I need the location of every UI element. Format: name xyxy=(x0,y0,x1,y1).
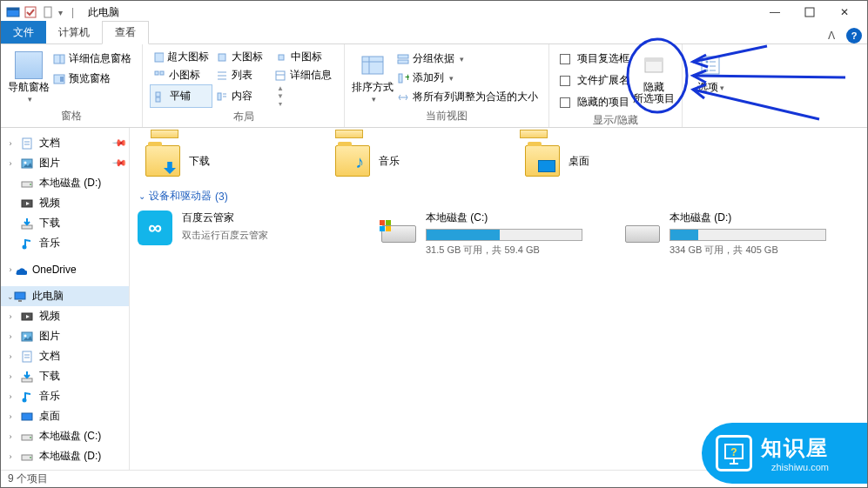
pin-icon[interactable]: 📌 xyxy=(111,155,127,171)
nav-item-label: 音乐 xyxy=(39,389,60,404)
layout-scroll-down-icon[interactable]: ▼ xyxy=(277,92,284,100)
nav-item--13[interactable]: › 下载 xyxy=(1,366,129,386)
qat-checkbox-icon[interactable] xyxy=(24,5,37,19)
layout-lg[interactable]: 大图标 xyxy=(212,48,272,66)
svg-rect-3 xyxy=(44,7,51,17)
chk-item-checkboxes[interactable]: 项目复选框 xyxy=(556,50,633,68)
nav-item-C-16[interactable]: › 本地磁盘 (C:) xyxy=(1,426,129,446)
group-by-button[interactable]: 分组依据 xyxy=(394,50,542,68)
nav-item--5[interactable]: 音乐 xyxy=(1,233,129,253)
sort-label: 排序方式 xyxy=(352,82,394,104)
maximize-button[interactable] xyxy=(792,1,827,23)
section-devices-header[interactable]: ⌄ 设备和驱动器 (3) xyxy=(137,185,857,211)
add-column-button[interactable]: +添加列 xyxy=(394,69,542,87)
expand-icon[interactable]: › xyxy=(6,432,15,441)
nav-pane-button[interactable]: 导航窗格 xyxy=(8,48,50,107)
minimize-button[interactable]: — xyxy=(757,1,792,23)
folder-item-desk[interactable]: 桌面 xyxy=(525,145,699,177)
layout-sm[interactable]: 小图标 xyxy=(150,66,212,84)
device-item-0[interactable]: ∞ 百度云管家 双击运行百度云管家 xyxy=(137,211,363,257)
section-count: (3) xyxy=(215,191,228,203)
expand-icon[interactable]: ⌄ xyxy=(6,292,15,301)
expand-icon[interactable]: › xyxy=(6,412,15,421)
layout-details[interactable]: 详细信息 xyxy=(271,66,337,84)
layout-expand-icon[interactable]: ▾ xyxy=(279,100,282,108)
device-name: 本地磁盘 (D:) xyxy=(670,211,851,225)
layout-content[interactable]: 内容 xyxy=(212,84,272,108)
tab-file[interactable]: 文件 xyxy=(1,21,46,43)
folder-icon xyxy=(525,145,560,177)
fit-columns-button[interactable]: 将所有列调整为合适的大小 xyxy=(394,88,542,106)
layout-tiles[interactable]: 平铺 xyxy=(150,84,212,108)
nav-item--11[interactable]: › 图片 xyxy=(1,326,129,346)
svg-rect-72 xyxy=(380,226,385,231)
device-item-1[interactable]: 本地磁盘 (C:) 31.5 GB 可用，共 59.4 GB xyxy=(380,211,607,257)
expand-icon[interactable]: › xyxy=(6,352,15,361)
nav-item-label: 图片 xyxy=(39,329,60,344)
nav-item-D-2[interactable]: 本地磁盘 (D:) xyxy=(1,173,129,193)
nav-item--1[interactable]: › 图片 📌 xyxy=(1,153,129,173)
svg-point-50 xyxy=(23,244,27,249)
ribbon-collapse-icon[interactable]: ᐱ xyxy=(822,30,841,42)
device-name: 本地磁盘 (C:) xyxy=(426,211,607,225)
close-button[interactable]: ✕ xyxy=(827,1,862,23)
svg-rect-51 xyxy=(15,292,25,299)
nav-item--15[interactable]: › 桌面 xyxy=(1,406,129,426)
nav-item-label: 桌面 xyxy=(39,409,60,424)
nav-item--9[interactable]: ⌄ 此电脑 xyxy=(1,286,129,306)
expand-icon[interactable]: › xyxy=(6,265,15,274)
svg-text:+: + xyxy=(405,72,409,84)
svg-rect-19 xyxy=(156,92,160,97)
content-pane[interactable]: 下载♪ 音乐 桌面 ⌄ 设备和驱动器 (3) ∞ 百度云管家 双击运行百度云管家… xyxy=(130,128,867,470)
device-item-2[interactable]: 本地磁盘 (D:) 334 GB 可用，共 405 GB xyxy=(624,211,851,257)
help-icon[interactable]: ? xyxy=(846,28,862,43)
nav-item--14[interactable]: › 音乐 xyxy=(1,386,129,406)
qat-doc-icon[interactable] xyxy=(41,5,55,19)
qat-overflow-icon[interactable]: ▾ xyxy=(58,8,63,17)
pin-icon[interactable]: 📌 xyxy=(111,135,127,151)
expand-icon[interactable]: › xyxy=(6,372,15,381)
tab-computer[interactable]: 计算机 xyxy=(46,22,102,43)
nav-item--0[interactable]: › 文档 📌 xyxy=(1,133,129,153)
nav-item-label: 音乐 xyxy=(39,236,60,251)
layout-scroll-up-icon[interactable]: ▲ xyxy=(277,84,284,92)
chk-file-extensions[interactable]: 文件扩展名 xyxy=(556,71,633,90)
layout-list[interactable]: 列表 xyxy=(212,66,272,84)
nav-item-D-17[interactable]: › 本地磁盘 (D:) xyxy=(1,446,129,466)
folder-partial-icon xyxy=(520,130,548,138)
details-pane-toggle[interactable]: 详细信息窗格 xyxy=(50,50,135,68)
drive-icon xyxy=(20,450,34,464)
hide-selected-button[interactable]: 隐藏所选项目 xyxy=(633,48,675,111)
hide-selected-label: 隐藏所选项目 xyxy=(633,82,675,104)
nav-item--4[interactable]: 下载 xyxy=(1,213,129,233)
folder-partial-icon xyxy=(151,130,178,138)
folder-label: 下载 xyxy=(189,154,210,169)
nav-pane[interactable]: › 文档 📌› 图片 📌 本地磁盘 (D:) 视频 下载 音乐 › OneDri… xyxy=(1,128,130,470)
preview-pane-toggle[interactable]: 预览窗格 xyxy=(50,70,135,88)
group-label-layout: 布局 xyxy=(150,108,337,126)
nav-item--12[interactable]: › 文档 xyxy=(1,346,129,366)
sort-button[interactable]: 排序方式 xyxy=(352,48,394,107)
svg-rect-17 xyxy=(276,71,285,80)
nav-item-OneDrive-7[interactable]: › OneDrive xyxy=(1,260,129,279)
folder-label: 音乐 xyxy=(379,154,400,169)
options-button[interactable]: 选项 xyxy=(690,48,731,110)
expand-icon[interactable]: › xyxy=(6,392,15,401)
chk-hidden-items[interactable]: 隐藏的项目 xyxy=(556,93,633,111)
watermark-icon: ? xyxy=(716,435,752,471)
folder-item-dl[interactable]: 下载 xyxy=(145,145,320,177)
expand-icon[interactable]: › xyxy=(6,139,15,148)
ribbon-group-options: 选项 xyxy=(683,44,738,127)
expand-icon[interactable]: › xyxy=(6,159,15,168)
nav-item--3[interactable]: 视频 xyxy=(1,193,129,213)
svg-point-34 xyxy=(706,61,709,64)
expand-icon[interactable]: › xyxy=(6,332,15,341)
folder-item-music[interactable]: ♪ 音乐 xyxy=(335,145,509,177)
layout-xl[interactable]: 超大图标 xyxy=(150,48,212,66)
nav-item--10[interactable]: › 视频 xyxy=(1,306,129,326)
layout-md[interactable]: 中图标 xyxy=(272,48,331,66)
nav-item-label: 本地磁盘 (C:) xyxy=(39,429,101,444)
expand-icon[interactable]: › xyxy=(6,312,15,321)
tab-view[interactable]: 查看 xyxy=(102,21,149,44)
expand-icon[interactable]: › xyxy=(6,452,15,461)
